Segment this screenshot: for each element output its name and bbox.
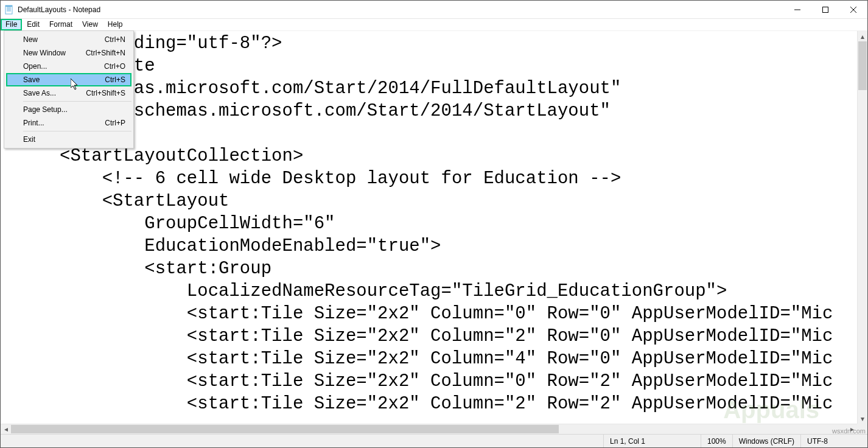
- menu-item-exit[interactable]: Exit: [6, 133, 131, 146]
- scroll-right-icon[interactable]: ▸: [847, 424, 857, 434]
- menu-item-open[interactable]: Open... Ctrl+O: [6, 60, 131, 73]
- menu-item-new-window[interactable]: New Window Ctrl+Shift+N: [6, 46, 131, 60]
- menu-item-page-setup[interactable]: Page Setup...: [6, 103, 131, 116]
- status-encoding: UTF-8: [800, 435, 867, 447]
- menu-item-label: Page Setup...: [23, 105, 68, 114]
- scroll-down-icon[interactable]: ▾: [858, 413, 867, 424]
- title-bar[interactable]: DefaultLayouts - Notepad: [1, 1, 867, 19]
- menu-item-label: Open...: [23, 62, 47, 71]
- menu-view[interactable]: View: [77, 19, 103, 30]
- menu-help[interactable]: Help: [103, 19, 128, 30]
- menu-separator: [23, 101, 131, 102]
- menu-edit[interactable]: Edit: [22, 19, 44, 30]
- window-title: DefaultLayouts - Notepad: [18, 5, 783, 14]
- maximize-button[interactable]: [811, 1, 839, 19]
- menu-item-print[interactable]: Print... Ctrl+P: [6, 116, 131, 130]
- notepad-icon: [4, 5, 14, 15]
- menu-format[interactable]: Format: [44, 19, 77, 30]
- scroll-corner: [857, 424, 867, 434]
- status-position: Ln 1, Col 1: [603, 435, 701, 447]
- menu-item-label: New: [23, 35, 38, 44]
- menu-item-shortcut: Ctrl+Shift+S: [86, 89, 125, 97]
- menu-item-label: New Window: [23, 49, 66, 57]
- scroll-left-icon[interactable]: ◂: [1, 424, 11, 434]
- menu-item-label: Exit: [23, 135, 35, 144]
- menu-item-shortcut: Ctrl+N: [105, 35, 125, 44]
- menu-item-label: Print...: [23, 119, 44, 127]
- menu-separator: [23, 131, 131, 131]
- horizontal-scrollbar[interactable]: ◂ ▸: [1, 424, 857, 434]
- close-button[interactable]: [839, 1, 867, 19]
- horizontal-scroll-thumb[interactable]: [11, 425, 559, 433]
- vertical-scrollbar[interactable]: ▴ ▾: [857, 31, 867, 424]
- minimize-button[interactable]: [783, 1, 811, 19]
- file-dropdown: New Ctrl+N New Window Ctrl+Shift+N Open.…: [4, 30, 134, 149]
- scroll-up-icon[interactable]: ▴: [858, 31, 867, 41]
- status-line-ending: Windows (CRLF): [732, 435, 800, 447]
- menu-item-save[interactable]: Save Ctrl+S: [6, 73, 131, 86]
- menu-bar: File Edit Format View Help: [1, 19, 867, 31]
- menu-item-label: Save: [23, 75, 40, 84]
- svg-rect-5: [5, 5, 12, 7]
- vertical-scroll-thumb[interactable]: [858, 41, 867, 90]
- menu-file[interactable]: File: [1, 19, 22, 30]
- menu-item-save-as[interactable]: Save As... Ctrl+Shift+S: [6, 86, 131, 100]
- menu-item-shortcut: Ctrl+Shift+N: [86, 49, 125, 57]
- menu-item-shortcut: Ctrl+O: [104, 62, 125, 71]
- menu-item-shortcut: Ctrl+S: [105, 75, 125, 84]
- svg-rect-7: [823, 7, 828, 12]
- menu-item-new[interactable]: New Ctrl+N: [6, 33, 131, 46]
- status-bar: Ln 1, Col 1 100% Windows (CRLF) UTF-8: [1, 434, 867, 447]
- menu-item-shortcut: Ctrl+P: [105, 119, 125, 127]
- menu-item-label: Save As...: [23, 89, 56, 97]
- status-zoom: 100%: [701, 435, 732, 447]
